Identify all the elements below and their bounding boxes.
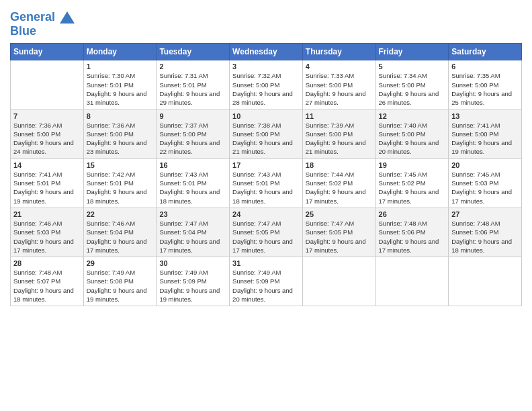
- logo-icon: [60, 11, 75, 24]
- day-info: Sunrise: 7:49 AMSunset: 5:09 PMDaylight:…: [232, 268, 300, 304]
- logo-blue: Blue: [10, 24, 75, 38]
- day-info: Sunrise: 7:45 AMSunset: 5:03 PMDaylight:…: [451, 170, 519, 205]
- day-number: 20: [451, 161, 519, 169]
- calendar-cell: 14Sunrise: 7:41 AMSunset: 5:01 PMDayligh…: [11, 158, 84, 208]
- day-info: Sunrise: 7:41 AMSunset: 5:01 PMDaylight:…: [13, 170, 81, 205]
- day-info: Sunrise: 7:48 AMSunset: 5:06 PMDaylight:…: [451, 219, 519, 255]
- day-info: Sunrise: 7:44 AMSunset: 5:02 PMDaylight:…: [306, 170, 373, 205]
- day-number: 5: [379, 62, 446, 71]
- calendar-cell: 17Sunrise: 7:43 AMSunset: 5:01 PMDayligh…: [230, 158, 303, 208]
- day-info: Sunrise: 7:49 AMSunset: 5:08 PMDaylight:…: [87, 268, 154, 304]
- calendar-cell: 15Sunrise: 7:42 AMSunset: 5:01 PMDayligh…: [83, 158, 157, 208]
- calendar-cell: [302, 257, 375, 306]
- day-info: Sunrise: 7:36 AMSunset: 5:00 PMDaylight:…: [87, 121, 154, 156]
- day-info: Sunrise: 7:41 AMSunset: 5:00 PMDaylight:…: [451, 121, 519, 156]
- day-info: Sunrise: 7:30 AMSunset: 5:01 PMDaylight:…: [87, 71, 154, 107]
- day-number: 12: [379, 112, 446, 120]
- calendar-cell: 2Sunrise: 7:31 AMSunset: 5:01 PMDaylight…: [157, 60, 230, 109]
- day-info: Sunrise: 7:42 AMSunset: 5:01 PMDaylight:…: [87, 170, 154, 205]
- day-number: 22: [87, 210, 154, 218]
- calendar-cell: 11Sunrise: 7:39 AMSunset: 5:00 PMDayligh…: [302, 109, 375, 158]
- weekday-header-friday: Friday: [375, 44, 449, 60]
- weekday-header-wednesday: Wednesday: [230, 44, 303, 60]
- day-info: Sunrise: 7:46 AMSunset: 5:03 PMDaylight:…: [13, 219, 81, 255]
- day-info: Sunrise: 7:47 AMSunset: 5:05 PMDaylight:…: [306, 219, 373, 255]
- calendar-cell: [449, 257, 522, 306]
- day-info: Sunrise: 7:48 AMSunset: 5:06 PMDaylight:…: [379, 219, 446, 255]
- calendar-table: SundayMondayTuesdayWednesdayThursdayFrid…: [10, 43, 522, 306]
- day-info: Sunrise: 7:47 AMSunset: 5:05 PMDaylight:…: [232, 219, 300, 255]
- day-number: 2: [159, 62, 226, 71]
- day-number: 24: [232, 210, 300, 218]
- logo-general: General: [10, 10, 55, 24]
- header: General Blue: [10, 7, 522, 38]
- day-info: Sunrise: 7:43 AMSunset: 5:01 PMDaylight:…: [232, 170, 300, 205]
- day-info: Sunrise: 7:45 AMSunset: 5:02 PMDaylight:…: [379, 170, 446, 205]
- day-number: 27: [451, 210, 519, 218]
- day-info: Sunrise: 7:33 AMSunset: 5:00 PMDaylight:…: [306, 71, 373, 107]
- day-info: Sunrise: 7:32 AMSunset: 5:00 PMDaylight:…: [232, 71, 300, 107]
- calendar-cell: 13Sunrise: 7:41 AMSunset: 5:00 PMDayligh…: [449, 109, 522, 158]
- day-info: Sunrise: 7:39 AMSunset: 5:00 PMDaylight:…: [306, 121, 373, 156]
- day-number: 26: [379, 210, 446, 218]
- day-info: Sunrise: 7:46 AMSunset: 5:04 PMDaylight:…: [87, 219, 154, 255]
- calendar-cell: [375, 257, 449, 306]
- calendar-cell: 9Sunrise: 7:37 AMSunset: 5:00 PMDaylight…: [157, 109, 230, 158]
- day-number: 13: [451, 112, 519, 120]
- calendar-cell: 3Sunrise: 7:32 AMSunset: 5:00 PMDaylight…: [230, 60, 303, 109]
- calendar-cell: 7Sunrise: 7:36 AMSunset: 5:00 PMDaylight…: [11, 109, 84, 158]
- calendar-cell: 26Sunrise: 7:48 AMSunset: 5:06 PMDayligh…: [375, 208, 449, 257]
- calendar-cell: 12Sunrise: 7:40 AMSunset: 5:00 PMDayligh…: [375, 109, 449, 158]
- day-number: 1: [87, 62, 154, 71]
- weekday-header-saturday: Saturday: [449, 44, 522, 60]
- day-number: 19: [379, 161, 446, 169]
- day-info: Sunrise: 7:49 AMSunset: 5:09 PMDaylight:…: [159, 268, 226, 304]
- calendar-cell: 30Sunrise: 7:49 AMSunset: 5:09 PMDayligh…: [157, 257, 230, 306]
- day-info: Sunrise: 7:48 AMSunset: 5:07 PMDaylight:…: [13, 268, 81, 304]
- calendar-week-3: 14Sunrise: 7:41 AMSunset: 5:01 PMDayligh…: [11, 158, 522, 208]
- day-number: 21: [13, 210, 81, 218]
- svg-marker-0: [60, 11, 75, 24]
- calendar-cell: 23Sunrise: 7:47 AMSunset: 5:04 PMDayligh…: [157, 208, 230, 257]
- day-number: 18: [306, 161, 373, 169]
- weekday-header-thursday: Thursday: [302, 44, 375, 60]
- weekday-header-tuesday: Tuesday: [157, 44, 230, 60]
- calendar-cell: 29Sunrise: 7:49 AMSunset: 5:08 PMDayligh…: [83, 257, 157, 306]
- calendar-week-2: 7Sunrise: 7:36 AMSunset: 5:00 PMDaylight…: [11, 109, 522, 158]
- calendar-week-4: 21Sunrise: 7:46 AMSunset: 5:03 PMDayligh…: [11, 208, 522, 257]
- calendar-cell: 19Sunrise: 7:45 AMSunset: 5:02 PMDayligh…: [375, 158, 449, 208]
- calendar-cell: 24Sunrise: 7:47 AMSunset: 5:05 PMDayligh…: [230, 208, 303, 257]
- day-number: 31: [232, 259, 300, 267]
- calendar-cell: 21Sunrise: 7:46 AMSunset: 5:03 PMDayligh…: [11, 208, 84, 257]
- day-number: 25: [306, 210, 373, 218]
- weekday-header-sunday: Sunday: [11, 44, 84, 60]
- day-info: Sunrise: 7:34 AMSunset: 5:00 PMDaylight:…: [379, 71, 446, 107]
- day-number: 4: [306, 62, 373, 71]
- day-info: Sunrise: 7:40 AMSunset: 5:00 PMDaylight:…: [379, 121, 446, 156]
- weekday-header-monday: Monday: [83, 44, 157, 60]
- day-number: 10: [232, 112, 300, 120]
- logo: General Blue: [10, 10, 75, 38]
- day-number: 7: [13, 112, 81, 120]
- day-number: 11: [306, 112, 373, 120]
- calendar-cell: 4Sunrise: 7:33 AMSunset: 5:00 PMDaylight…: [302, 60, 375, 109]
- day-number: 23: [159, 210, 226, 218]
- weekday-header-row: SundayMondayTuesdayWednesdayThursdayFrid…: [11, 44, 522, 60]
- calendar-cell: 27Sunrise: 7:48 AMSunset: 5:06 PMDayligh…: [449, 208, 522, 257]
- day-number: 14: [13, 161, 81, 169]
- calendar-cell: 6Sunrise: 7:35 AMSunset: 5:00 PMDaylight…: [449, 60, 522, 109]
- day-number: 3: [232, 62, 300, 71]
- calendar-cell: 22Sunrise: 7:46 AMSunset: 5:04 PMDayligh…: [83, 208, 157, 257]
- calendar-cell: 28Sunrise: 7:48 AMSunset: 5:07 PMDayligh…: [11, 257, 84, 306]
- day-number: 30: [159, 259, 226, 267]
- calendar-cell: 5Sunrise: 7:34 AMSunset: 5:00 PMDaylight…: [375, 60, 449, 109]
- day-number: 17: [232, 161, 300, 169]
- day-number: 28: [13, 259, 81, 267]
- calendar-cell: 16Sunrise: 7:43 AMSunset: 5:01 PMDayligh…: [157, 158, 230, 208]
- calendar-cell: [11, 60, 84, 109]
- day-number: 9: [159, 112, 226, 120]
- day-number: 6: [451, 62, 519, 71]
- logo-text: General: [10, 10, 75, 24]
- day-number: 8: [87, 112, 154, 120]
- day-info: Sunrise: 7:31 AMSunset: 5:01 PMDaylight:…: [159, 71, 226, 107]
